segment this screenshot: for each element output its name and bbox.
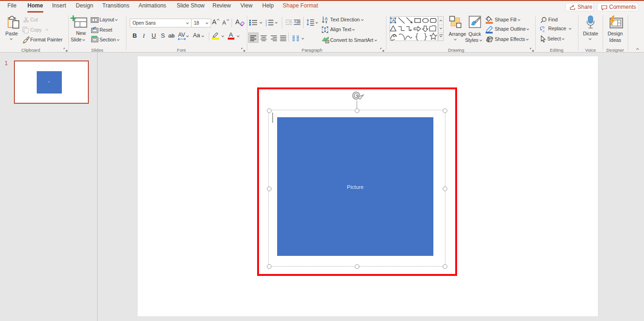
svg-text:A: A [325, 16, 328, 21]
svg-text:3: 3 [266, 24, 267, 26]
svg-text:c: c [543, 29, 544, 33]
svg-text:A: A [392, 18, 395, 23]
